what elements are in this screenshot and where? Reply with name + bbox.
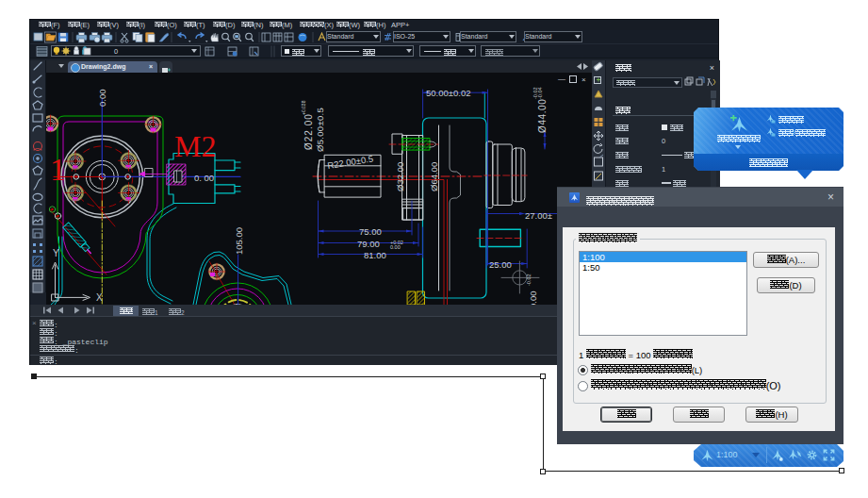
svg-text:Y: Y <box>53 248 59 258</box>
svg-text:Ø44.00: Ø44.00 <box>537 99 548 133</box>
svg-text:75.00: 75.00 <box>359 226 382 237</box>
svg-text:27.00±: 27.00± <box>525 210 552 221</box>
svg-text:0.00: 0.00 <box>390 244 401 250</box>
svg-text:Ø32.00: Ø32.00 <box>395 162 405 191</box>
svg-text:+0.038: +0.038 <box>301 100 306 115</box>
svg-text:X: X <box>96 292 103 303</box>
svg-text:M2: M2 <box>174 129 216 163</box>
svg-text:0.00: 0.00 <box>97 90 107 108</box>
svg-text:0.00: 0.00 <box>528 291 538 306</box>
svg-text:Ø64.00: Ø64.00 <box>429 162 439 191</box>
svg-text:-0.02: -0.02 <box>526 274 532 286</box>
svg-text:25.00: 25.00 <box>489 259 512 270</box>
svg-text:0. 00: 0. 00 <box>194 173 214 183</box>
svg-text:50.00±0.02: 50.00±0.02 <box>426 88 470 98</box>
svg-text:-0.04: -0.04 <box>537 87 543 99</box>
svg-text:R22.00±0.5: R22.00±0.5 <box>327 153 374 171</box>
svg-text:81.00: 81.00 <box>364 250 386 260</box>
svg-text:1: 1 <box>50 152 66 187</box>
svg-text:105.00: 105.00 <box>234 227 244 255</box>
svg-text:Ø5.00±0.5: Ø5.00±0.5 <box>315 108 325 152</box>
svg-text:Ø22.00: Ø22.00 <box>303 113 314 150</box>
svg-text:79.00: 79.00 <box>357 239 380 249</box>
